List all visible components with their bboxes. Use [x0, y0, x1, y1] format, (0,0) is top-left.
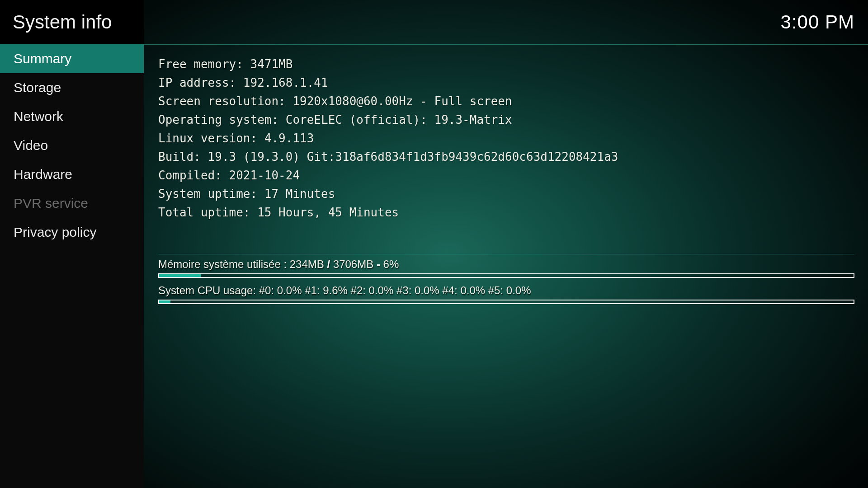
info-system-uptime: System uptime: 17 Minutes	[158, 187, 854, 201]
sidebar-item-hardware[interactable]: Hardware	[0, 160, 144, 189]
sidebar-item-label: Summary	[14, 51, 71, 66]
sidebar-item-label: Network	[14, 109, 63, 124]
app-root: System info Summary Storage Network Vide…	[0, 0, 868, 488]
page-title: System info	[0, 0, 144, 44]
sidebar-item-pvr-service: PVR service	[0, 189, 144, 218]
info-screen-resolution: Screen resolution: 868x488@60.00Hz - F…	[158, 94, 854, 108]
summary-info: Free memory: 3471MB IP address: 192.168.…	[144, 45, 868, 219]
cpu-usage-label: System CPU usage: #0: 0.0% #1: 9.6% #2: …	[158, 284, 854, 297]
info-total-uptime: Total uptime: 15 Hours, 45 Minutes	[158, 206, 854, 219]
memory-usage-label: Mémoire système utilisée : 234MB / 3706M…	[158, 258, 854, 271]
sidebar-item-summary[interactable]: Summary	[0, 44, 144, 73]
memory-used-value: 234MB	[290, 258, 324, 270]
sidebar-item-privacy-policy[interactable]: Privacy policy	[0, 218, 144, 247]
sidebar-item-network[interactable]: Network	[0, 102, 144, 131]
sidebar-item-label: Privacy policy	[14, 225, 96, 240]
info-ip-address: IP address: 192.168.1.41	[158, 76, 854, 89]
sidebar-item-video[interactable]: Video	[0, 131, 144, 160]
info-linux-version: Linux version: 4.9.113	[158, 131, 854, 145]
info-operating-system: Operating system: CoreELEC (official): 1…	[158, 113, 854, 127]
memory-sep-slash: /	[324, 258, 333, 270]
memory-total-value: 3706MB	[333, 258, 373, 270]
memory-label-prefix: Mémoire système utilisée :	[158, 258, 290, 270]
memory-progress-fill	[159, 274, 201, 277]
memory-percent-value: 6%	[383, 258, 399, 270]
info-compiled: Compiled: 2021-10-24	[158, 169, 854, 182]
info-free-memory: Free memory: 3471MB	[158, 57, 854, 71]
sidebar-item-storage[interactable]: Storage	[0, 73, 144, 102]
sidebar-item-label: Video	[14, 138, 48, 153]
info-build: Build: 19.3 (19.3.0) Git:318af6d834f1d3f…	[158, 150, 854, 164]
divider-footer	[158, 254, 854, 254]
sidebar-item-label: PVR service	[14, 196, 88, 211]
divider-top	[144, 44, 868, 45]
cpu-progress-bar	[158, 300, 854, 304]
sidebar: System info Summary Storage Network Vide…	[0, 0, 144, 488]
main-panel: 3:00 PM Free memory: 3471MB IP address: …	[144, 0, 868, 488]
sidebar-item-label: Hardware	[14, 167, 72, 182]
cpu-progress-fill	[159, 300, 170, 303]
clock: 3:00 PM	[781, 11, 854, 33]
memory-progress-bar	[158, 273, 854, 278]
top-bar: 3:00 PM	[144, 0, 868, 44]
sidebar-items: Summary Storage Network Video Hardware P…	[0, 44, 144, 247]
memory-sep-dash: -	[373, 258, 383, 270]
sidebar-item-label: Storage	[14, 80, 61, 95]
footer: Mémoire système utilisée : 234MB / 3706M…	[144, 254, 868, 310]
